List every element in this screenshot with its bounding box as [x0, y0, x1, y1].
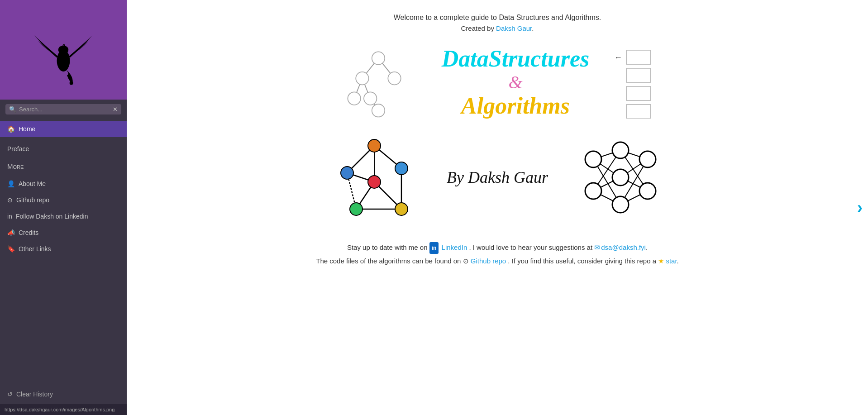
svg-point-3 — [70, 81, 73, 85]
nav-more-section: 👤 About Me ⊙ Github repo in Follow Daksh… — [0, 174, 127, 259]
sidebar-item-home[interactable]: 🏠 Home — [0, 121, 127, 137]
sidebar-item-github-repo[interactable]: ⊙ Github repo — [0, 192, 127, 208]
sidebar-logo-area — [0, 0, 127, 100]
sidebar-item-preface[interactable]: Preface — [0, 141, 127, 157]
sidebar-search-wrapper[interactable]: 🔍 ✕ — [5, 104, 121, 114]
sidebar-search-container: 🔍 ✕ — [0, 100, 127, 119]
svg-point-49 — [612, 142, 629, 158]
history-icon: ↺ — [7, 391, 13, 398]
hero-section: DataStructures & Algorithms ← — [163, 46, 832, 119]
email-icon: ✉ — [594, 243, 600, 251]
ds-title: DataStructures — [442, 46, 590, 72]
linkedin-link[interactable]: LinkedIn — [442, 243, 467, 251]
svg-point-9 — [372, 52, 385, 64]
linkedin-badge: in — [429, 242, 439, 254]
dragon-logo — [27, 14, 100, 86]
info-section: Stay up to date with me on in LinkedIn .… — [163, 241, 832, 268]
github-icon: ⊙ — [7, 196, 13, 204]
bookmark-icon: 🔖 — [7, 245, 15, 253]
svg-point-11 — [388, 72, 401, 85]
svg-point-34 — [395, 203, 408, 215]
colored-graph-graphic — [329, 132, 420, 223]
clear-history-label: Clear History — [16, 391, 53, 398]
by-author-text: By Daksh Gaur — [447, 168, 548, 187]
github-link[interactable]: Github repo — [471, 257, 506, 265]
svg-point-31 — [395, 162, 408, 175]
svg-point-51 — [612, 196, 629, 213]
binary-tree-graphic — [333, 46, 424, 119]
sidebar-item-credits[interactable]: 📣 Credits — [0, 224, 127, 241]
linkedin-icon: in — [7, 213, 12, 220]
github-icon-inline: ⊙ — [463, 257, 469, 265]
svg-point-12 — [348, 92, 360, 105]
svg-point-53 — [639, 183, 656, 199]
svg-rect-19 — [626, 105, 650, 119]
sidebar-url-bar: https://dsa.dakshgaur.com/images/Algorit… — [0, 404, 127, 415]
svg-point-33 — [350, 203, 362, 215]
author-link[interactable]: Daksh Gaur — [496, 24, 532, 32]
svg-point-30 — [341, 167, 353, 179]
star-icon: ★ — [658, 257, 664, 265]
search-input[interactable] — [19, 106, 113, 113]
search-clear-button[interactable]: ✕ — [113, 106, 118, 113]
sidebar: 🔍 ✕ 🏠 Home Preface More 👤 About Me ⊙ Git… — [0, 0, 127, 415]
created-by-text: Created by Daksh Gaur. — [163, 24, 832, 32]
sidebar-item-linkedin[interactable]: in Follow Daksh on Linkedin — [0, 208, 127, 224]
sidebar-about-me-label: About Me — [19, 180, 46, 187]
more-section-header: More — [0, 159, 127, 174]
svg-rect-18 — [626, 86, 650, 100]
svg-point-14 — [372, 104, 385, 117]
svg-rect-2 — [61, 52, 66, 58]
svg-point-32 — [368, 176, 381, 188]
welcome-text: Welcome to a complete guide to Data Stru… — [163, 14, 832, 22]
svg-point-48 — [585, 183, 601, 199]
home-icon: 🏠 — [7, 125, 15, 133]
svg-point-52 — [639, 151, 656, 167]
sidebar-item-other-links[interactable]: 🔖 Other Links — [0, 241, 127, 257]
svg-rect-16 — [626, 50, 650, 64]
nav-home-section: 🏠 Home — [0, 119, 127, 139]
main-title: DataStructures & Algorithms — [442, 46, 590, 119]
svg-rect-17 — [626, 68, 650, 82]
next-arrow[interactable]: › — [857, 198, 863, 217]
sidebar-preface-label: Preface — [7, 145, 29, 153]
sidebar-home-label: Home — [19, 125, 35, 133]
email-link[interactable]: dsa@daksh.fyi — [601, 243, 646, 251]
search-icon: 🔍 — [9, 106, 16, 113]
sidebar-linkedin-label: Follow Daksh on Linkedin — [16, 213, 88, 220]
star-link[interactable]: star — [666, 257, 677, 265]
sidebar-other-links-label: Other Links — [19, 245, 51, 253]
megaphone-icon: 📣 — [7, 229, 15, 236]
sidebar-item-about-me[interactable]: 👤 About Me — [0, 176, 127, 192]
svg-point-29 — [368, 139, 381, 152]
sidebar-github-label: Github repo — [16, 196, 49, 204]
clear-history-button[interactable]: ↺ Clear History — [0, 384, 127, 404]
svg-point-13 — [364, 92, 377, 105]
neural-network-graphic — [575, 132, 666, 223]
stack-graphic: ← — [607, 46, 662, 119]
svg-point-50 — [612, 169, 629, 186]
svg-point-10 — [356, 72, 368, 85]
algo-title: Algorithms — [442, 93, 590, 119]
bottom-hero-section: By Daksh Gaur — [163, 132, 832, 223]
person-icon: 👤 — [7, 180, 15, 187]
main-content: Welcome to a complete guide to Data Stru… — [127, 0, 868, 415]
svg-text:←: ← — [615, 53, 623, 62]
amp-symbol: & — [442, 72, 590, 93]
info-line2: The code files of the algorithms can be … — [163, 254, 832, 268]
sidebar-credits-label: Credits — [19, 229, 38, 236]
info-line1: Stay up to date with me on in LinkedIn .… — [163, 241, 832, 254]
svg-point-47 — [585, 151, 601, 167]
nav-preface-section: Preface — [0, 139, 127, 159]
